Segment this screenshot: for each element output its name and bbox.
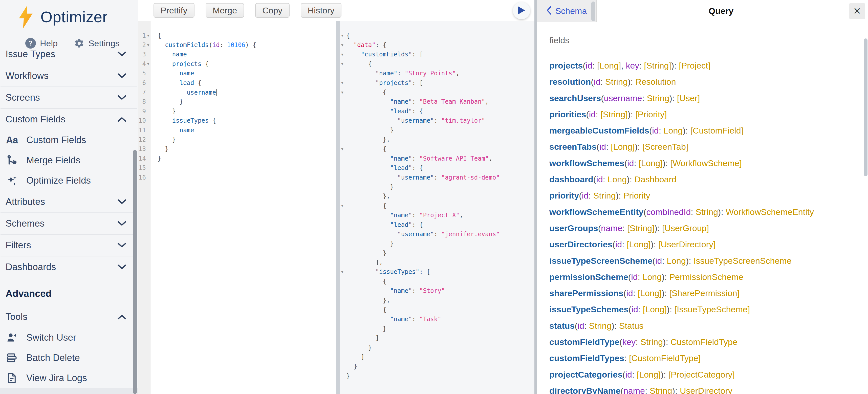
doc-field-priority[interactable]: priority(id: String): Priority — [549, 187, 862, 204]
response-pane[interactable]: ▾{▾ "data": {▾ "customFields": [▾ { "nam… — [340, 21, 534, 394]
doc-field-customfieldtypes[interactable]: customFieldTypes: [CustomFieldType] — [549, 350, 862, 366]
fold-icon[interactable]: ▾ — [341, 33, 346, 38]
doc-arg-type[interactable]: [String] — [600, 110, 628, 119]
doc-field-customfieldtype[interactable]: customFieldType(key: String): CustomFiel… — [549, 334, 862, 350]
sidebar-item-graphql-explorer[interactable]: GraphQL Explorer — [0, 388, 138, 394]
execute-button[interactable] — [513, 2, 530, 19]
doc-arg-type[interactable]: [String] — [627, 223, 655, 233]
sidebar-item-filters[interactable]: Filters — [0, 235, 138, 256]
doc-return-type[interactable]: [CustomFieldType] — [629, 353, 701, 363]
doc-scrollbar[interactable] — [864, 38, 867, 176]
doc-return-type[interactable]: Dashboard — [634, 175, 676, 184]
prettify-button[interactable]: Prettify — [154, 3, 194, 18]
editor-splitter[interactable] — [336, 21, 340, 394]
merge-button[interactable]: Merge — [206, 3, 244, 18]
history-button[interactable]: History — [301, 3, 342, 18]
sidebar-scrollbar[interactable] — [133, 150, 137, 394]
sidebar-item-view-jira-logs[interactable]: View Jira Logs — [0, 368, 138, 388]
doc-return-type[interactable]: Status — [619, 321, 643, 331]
sidebar-item-switch-user[interactable]: Switch User — [0, 328, 138, 348]
fold-icon[interactable]: ▾ — [341, 52, 346, 57]
query-editor[interactable]: 1▾{2▾ customFields(id: 10106) {3 name4▾ … — [138, 21, 336, 394]
doc-arg-type[interactable]: String — [593, 191, 616, 200]
doc-arg-type[interactable]: Long — [664, 126, 683, 135]
doc-field-projectcategories[interactable]: projectCategories(id: [Long]): [ProjectC… — [549, 366, 862, 383]
doc-field-workflowschemes[interactable]: workflowSchemes(id: [Long]): [WorkflowSc… — [549, 155, 862, 171]
doc-arg-type[interactable]: String — [640, 337, 663, 347]
fold-icon[interactable]: ▾ — [341, 269, 346, 275]
doc-field-directorybyname[interactable]: directoryByName(name: String): UserDirec… — [549, 383, 862, 394]
copy-button[interactable]: Copy — [255, 3, 289, 18]
doc-return-type[interactable]: [WorkflowScheme] — [670, 158, 742, 168]
doc-arg-type[interactable]: [String] — [644, 61, 671, 70]
doc-arg-type[interactable]: [Long] — [643, 304, 667, 314]
doc-field-sharepermissions[interactable]: sharePermissions(id: [Long]): [SharePerm… — [549, 285, 862, 301]
doc-arg-type[interactable]: [Long] — [638, 288, 662, 298]
sidebar-item-merge-fields[interactable]: Merge Fields — [0, 150, 138, 171]
doc-return-type[interactable]: [UserGroup] — [662, 223, 709, 233]
doc-return-type[interactable]: IssueTypeScreenScheme — [693, 256, 792, 266]
doc-field-workflowschemeentity[interactable]: workflowSchemeEntity(combinedId: String)… — [549, 204, 862, 220]
doc-return-type[interactable]: [IssueTypeScheme] — [675, 304, 750, 314]
fold-icon[interactable]: ▾ — [146, 33, 151, 38]
fold-icon[interactable]: ▾ — [341, 80, 346, 86]
docs-splitter[interactable] — [534, 0, 537, 394]
fold-icon[interactable]: ▾ — [146, 42, 151, 48]
doc-arg-type[interactable]: Long — [667, 256, 686, 266]
doc-arg-type[interactable]: [Long] — [611, 142, 635, 151]
sidebar-item-workflows[interactable]: Workflows — [0, 65, 138, 87]
doc-arg-type[interactable]: String — [605, 77, 628, 87]
doc-back-button[interactable]: Schema — [537, 0, 597, 22]
doc-field-usergroups[interactable]: userGroups(name: [String]): [UserGroup] — [549, 220, 862, 236]
doc-arg-type[interactable]: [Long] — [637, 370, 661, 379]
sidebar-item-optimize-fields[interactable]: Optimize Fields — [0, 171, 138, 191]
doc-field-projects[interactable]: projects(id: [Long], key: [String]): [Pr… — [549, 57, 862, 73]
doc-field-searchusers[interactable]: searchUsers(username: String): [User] — [549, 90, 862, 106]
doc-field-userdirectories[interactable]: userDirectories(id: [Long]): [UserDirect… — [549, 236, 862, 252]
fold-icon[interactable]: ▾ — [146, 61, 151, 66]
doc-arg-type[interactable]: [Long] — [597, 61, 621, 70]
sidebar-item-tools[interactable]: Tools — [0, 306, 138, 328]
doc-arg-type[interactable]: String — [647, 93, 670, 103]
doc-field-priorities[interactable]: priorities(id: [String]): [Priority] — [549, 106, 862, 122]
sidebar-item-issue-types[interactable]: Issue Types — [0, 43, 138, 65]
doc-field-issuetypescreenscheme[interactable]: issueTypeScreenScheme(id: Long): IssueTy… — [549, 253, 862, 269]
doc-return-type[interactable]: [Priority] — [635, 110, 667, 119]
doc-return-type[interactable]: [ProjectCategory] — [669, 370, 735, 379]
sidebar-item-custom-fields[interactable]: Custom Fields — [0, 109, 138, 130]
doc-return-type[interactable]: WorkflowSchemeEntity — [725, 207, 814, 217]
doc-arg-type[interactable]: [Long] — [627, 240, 651, 249]
sidebar-item-custom-fields[interactable]: AaCustom Fields — [0, 130, 138, 150]
fold-icon[interactable]: ▾ — [341, 61, 346, 66]
doc-field-mergeablecustomfields[interactable]: mergeableCustomFields(id: Long): [Custom… — [549, 122, 862, 139]
sidebar-item-schemes[interactable]: Schemes — [0, 213, 138, 234]
doc-return-type[interactable]: UserDirectory — [680, 386, 733, 394]
doc-arg-type[interactable]: String — [589, 321, 612, 331]
doc-return-type[interactable]: Resolution — [635, 77, 676, 87]
sidebar-item-attributes[interactable]: Attributes — [0, 191, 138, 212]
doc-return-type[interactable]: [CustomField] — [690, 126, 743, 135]
sidebar-item-dashboards[interactable]: Dashboards — [0, 256, 138, 278]
fold-icon[interactable]: ▾ — [341, 90, 346, 95]
sidebar-item-screens[interactable]: Screens — [0, 87, 138, 108]
fold-icon[interactable]: ▾ — [341, 42, 346, 48]
fold-icon[interactable]: ▾ — [341, 203, 346, 208]
doc-field-screentabs[interactable]: screenTabs(id: [Long]): [ScreenTab] — [549, 139, 862, 155]
close-button[interactable]: ✕ — [849, 3, 865, 19]
doc-field-status[interactable]: status(id: String): Status — [549, 317, 862, 334]
doc-return-type[interactable]: [Project] — [679, 61, 710, 70]
doc-return-type[interactable]: [User] — [677, 93, 700, 103]
doc-arg-type[interactable]: String — [695, 207, 718, 217]
sidebar-item-batch-delete[interactable]: Batch Delete — [0, 348, 138, 368]
doc-return-type[interactable]: [UserDirectory] — [658, 240, 716, 249]
doc-field-issuetypeschemes[interactable]: issueTypeSchemes(id: [Long]): [IssueType… — [549, 301, 862, 317]
fold-icon[interactable]: ▾ — [341, 146, 346, 152]
doc-panel-scrollbar-pill[interactable] — [591, 2, 595, 21]
doc-return-type[interactable]: PermissionScheme — [669, 272, 743, 282]
doc-arg-type[interactable]: Long — [608, 175, 627, 184]
doc-arg-type[interactable]: Long — [643, 272, 662, 282]
doc-field-dashboard[interactable]: dashboard(id: Long): Dashboard — [549, 171, 862, 187]
doc-field-resolution[interactable]: resolution(id: String): Resolution — [549, 73, 862, 90]
doc-return-type[interactable]: Priority — [623, 191, 650, 200]
doc-field-permissionscheme[interactable]: permissionScheme(id: Long): PermissionSc… — [549, 269, 862, 285]
